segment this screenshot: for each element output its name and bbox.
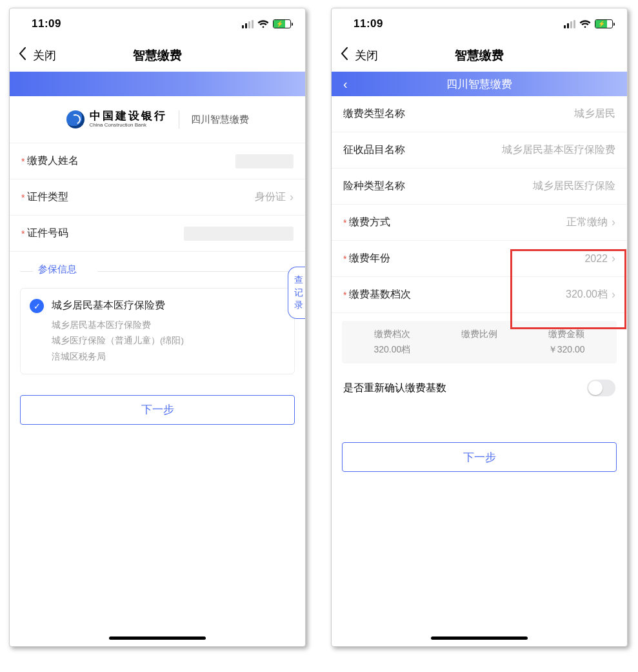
bank-name-en: China Construction Bank xyxy=(90,123,167,128)
label-payer-name: 缴费人姓名 xyxy=(21,154,79,168)
summary-box: 缴费档次 320.00档 缴费比例 缴费金额 ￥320.00 xyxy=(342,321,617,363)
reconfirm-toggle[interactable] xyxy=(587,380,615,396)
label-id-number: 证件号码 xyxy=(21,227,68,240)
value-item-name: 城乡居民基本医疗保险费 xyxy=(502,143,615,157)
value-ins-kind: 城乡居民医疗保险 xyxy=(533,179,615,193)
payer-name-input[interactable] xyxy=(235,154,294,168)
row-ins-kind: 险种类型名称 城乡居民医疗保险 xyxy=(332,168,627,205)
status-icons: ⚡ xyxy=(242,19,291,28)
summary-amount: 缴费金额 ￥320.00 xyxy=(548,329,585,356)
check-icon: ✓ xyxy=(30,299,44,313)
chevron-right-icon: › xyxy=(612,288,615,301)
gradient-banner: ‹ 四川智慧缴费 xyxy=(332,72,627,96)
label-pay-tier: 缴费基数档次 xyxy=(343,288,411,301)
card-title: 城乡居民基本医疗保险费 xyxy=(52,299,184,312)
nav-bar: 关闭 智慧缴费 xyxy=(10,39,305,72)
wifi-icon xyxy=(257,20,269,28)
battery-icon: ⚡ xyxy=(595,19,613,28)
id-number-input[interactable] xyxy=(184,227,294,241)
section-insurance-info: 参保信息 xyxy=(20,265,295,278)
cellular-signal-icon xyxy=(242,20,254,28)
section-label-text: 参保信息 xyxy=(38,263,77,276)
bank-name-cn: 中国建设银行 xyxy=(90,110,167,123)
bank-header: 中国建设银行 China Construction Bank 四川智慧缴费 xyxy=(10,96,305,143)
label-pay-year: 缴费年份 xyxy=(343,252,390,265)
form-area: 缴费人姓名 证件类型 身份证 › 证件号码 xyxy=(10,143,305,252)
close-button[interactable]: 关闭 xyxy=(33,48,56,63)
row-reconfirm-base: 是否重新确认缴费基数 xyxy=(332,370,627,406)
status-time: 11:09 xyxy=(354,17,383,30)
banner-back-icon[interactable]: ‹ xyxy=(343,77,348,92)
card-line: 城乡居民基本医疗保险费 xyxy=(52,318,184,333)
status-time: 11:09 xyxy=(32,17,61,30)
chevron-right-icon: › xyxy=(290,190,294,204)
chevron-right-icon: › xyxy=(612,252,615,265)
ccb-logo-icon xyxy=(66,110,85,128)
insurance-card[interactable]: ✓ 城乡居民基本医疗保险费 城乡居民基本医疗保险费 城乡医疗保险（普通儿童）(绵… xyxy=(20,288,295,374)
card-line: 城乡医疗保险（普通儿童）(绵阳) xyxy=(52,333,184,349)
gradient-banner xyxy=(10,72,305,96)
label-pay-type: 缴费类型名称 xyxy=(343,107,405,121)
value-pay-type: 城乡居民 xyxy=(574,107,615,121)
summary-ratio: 缴费比例 xyxy=(461,329,497,356)
row-item-name: 征收品目名称 城乡居民基本医疗保险费 xyxy=(332,132,627,168)
form-area: 缴费类型名称 城乡居民 征收品目名称 城乡居民基本医疗保险费 险种类型名称 城乡… xyxy=(332,96,627,313)
phone-screen-right: 11:09 ⚡ 关闭 智慧缴费 ‹ 四川智慧缴费 缴费类型名称 城乡居民 征收品… xyxy=(331,8,628,647)
home-indicator[interactable] xyxy=(109,636,206,640)
summary-tier: 缴费档次 320.00档 xyxy=(374,329,410,356)
value-pay-year: 2022 xyxy=(584,253,608,265)
status-bar: 11:09 ⚡ xyxy=(10,8,305,39)
label-reconfirm-base: 是否重新确认缴费基数 xyxy=(343,382,446,395)
back-icon[interactable] xyxy=(19,47,29,64)
chevron-right-icon: › xyxy=(612,216,615,229)
label-pay-method: 缴费方式 xyxy=(343,216,390,229)
wifi-icon xyxy=(579,20,591,28)
row-id-number[interactable]: 证件号码 xyxy=(10,216,305,252)
cellular-signal-icon xyxy=(564,20,575,28)
value-pay-method: 正常缴纳 xyxy=(566,216,608,229)
back-icon[interactable] xyxy=(341,47,351,64)
row-payer-name[interactable]: 缴费人姓名 xyxy=(10,143,305,179)
label-item-name: 征收品目名称 xyxy=(343,143,405,157)
label-ins-kind: 险种类型名称 xyxy=(343,179,405,193)
row-pay-method[interactable]: 缴费方式 正常缴纳 › xyxy=(332,205,627,241)
id-type-value: 身份证 xyxy=(255,190,286,204)
next-button[interactable]: 下一步 xyxy=(20,395,295,425)
row-pay-type: 缴费类型名称 城乡居民 xyxy=(332,96,627,132)
card-line: 涪城区税务局 xyxy=(52,349,184,365)
close-button[interactable]: 关闭 xyxy=(355,48,378,63)
query-records-tab[interactable]: 查记录 xyxy=(288,267,306,319)
row-pay-year[interactable]: 缴费年份 2022 › xyxy=(332,241,627,277)
row-id-type[interactable]: 证件类型 身份证 › xyxy=(10,179,305,216)
banner-title: 四川智慧缴费 xyxy=(446,77,512,92)
status-icons: ⚡ xyxy=(564,19,613,28)
row-pay-tier[interactable]: 缴费基数档次 320.00档 › xyxy=(332,277,627,313)
bank-subtitle: 四川智慧缴费 xyxy=(191,114,249,126)
value-pay-tier: 320.00档 xyxy=(566,288,608,301)
battery-icon: ⚡ xyxy=(273,19,291,28)
status-bar: 11:09 ⚡ xyxy=(332,8,627,39)
home-indicator[interactable] xyxy=(431,636,528,640)
phone-screen-left: 11:09 ⚡ 关闭 智慧缴费 中国建设银行 China Constructio… xyxy=(9,8,306,647)
next-button[interactable]: 下一步 xyxy=(342,442,617,472)
divider xyxy=(179,110,179,128)
label-id-type: 证件类型 xyxy=(21,190,68,204)
nav-bar: 关闭 智慧缴费 xyxy=(332,39,627,72)
